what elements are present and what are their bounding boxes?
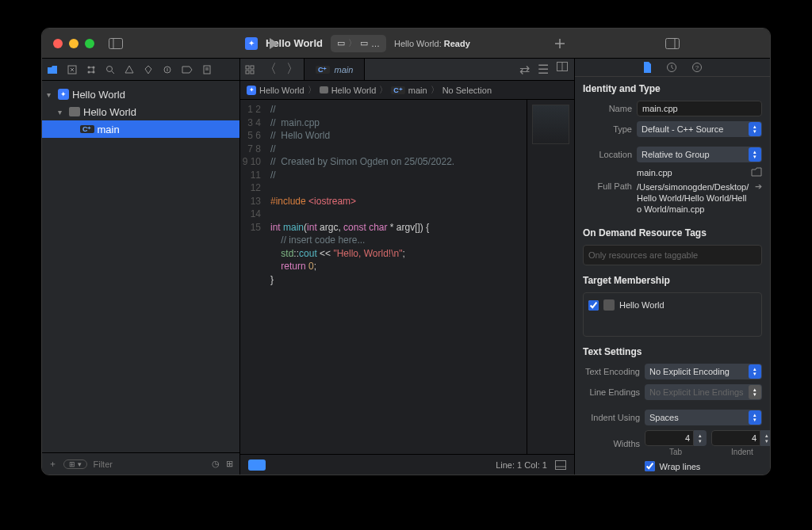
toggle-inspector-icon[interactable]	[665, 38, 680, 49]
indent-width-stepper[interactable]: ▴▾	[760, 430, 770, 446]
add-files-button[interactable]: ＋	[48, 458, 57, 470]
jump-symbol[interactable]: No Selection	[442, 86, 492, 95]
breakpoint-navigator-tab[interactable]	[182, 66, 193, 74]
editor-tab-bar: 〈 〉 C⁺ main ⇄ ☰	[240, 59, 574, 81]
encoding-select[interactable]: No Explicit Encoding▴▾	[645, 364, 762, 379]
location-filename: main.cpp	[637, 167, 746, 178]
source-editor[interactable]: // // main.cpp // Hello World // // Crea…	[267, 100, 527, 454]
scm-filter-icon[interactable]: ⊞	[226, 459, 233, 469]
minimap[interactable]	[527, 100, 574, 454]
test-navigator-tab[interactable]	[144, 65, 153, 74]
disclosure-triangle-icon[interactable]: ▾	[58, 108, 66, 116]
line-endings-select[interactable]: No Explicit Line Endings▴▾	[645, 384, 762, 400]
titlebar-left	[42, 38, 240, 49]
target-section-header: Target Membership	[583, 275, 762, 286]
file-type-select[interactable]: Default - C++ Source▴▾	[637, 121, 762, 137]
run-button[interactable]	[268, 37, 279, 50]
editor-pane: 〈 〉 C⁺ main ⇄ ☰ ✦ Hello World 〉 Hello Wo…	[240, 59, 575, 475]
issue-navigator-tab[interactable]	[124, 65, 134, 74]
add-tab-button[interactable]	[554, 38, 565, 49]
toggle-debug-area-icon[interactable]	[555, 460, 566, 470]
activity-status: Hello World: Ready	[394, 39, 470, 48]
related-items-button[interactable]	[240, 65, 259, 74]
source-control-navigator-tab[interactable]	[67, 65, 77, 74]
add-editor-icon[interactable]	[557, 62, 568, 77]
project-icon: ✦	[245, 37, 258, 50]
indent-width-input[interactable]	[711, 430, 760, 446]
project-icon: ✦	[247, 86, 256, 95]
cpp-file-icon: C⁺	[391, 86, 405, 94]
svg-rect-18	[246, 71, 249, 74]
file-inspector-tab[interactable]	[642, 62, 652, 73]
svg-text:?: ?	[695, 64, 699, 71]
debug-bar-toggle[interactable]	[248, 459, 266, 471]
jump-group[interactable]: Hello World	[331, 86, 377, 95]
minimize-window-button[interactable]	[69, 39, 79, 48]
file-row-main[interactable]: C⁺ main	[42, 120, 239, 138]
svg-rect-16	[246, 66, 249, 69]
tab-width-sublabel: Tab	[645, 448, 707, 456]
traffic-lights	[42, 39, 94, 48]
navigator-filter-input[interactable]	[94, 459, 205, 469]
folder-icon	[320, 86, 328, 93]
titlebar-right	[575, 38, 770, 49]
ondemand-tags-well: Only resources are taggable	[583, 245, 762, 265]
type-label: Type	[583, 124, 632, 134]
navigate-back-button[interactable]: 〈	[259, 61, 282, 78]
jump-project[interactable]: Hello World	[259, 86, 304, 95]
jump-bar[interactable]: ✦ Hello World 〉 Hello World 〉 C⁺ main 〉 …	[240, 81, 574, 100]
target-membership-box: Hello World	[583, 292, 762, 337]
tab-width-input[interactable]	[645, 430, 694, 446]
wrap-lines-checkbox[interactable]	[645, 461, 655, 471]
debug-navigator-tab[interactable]	[163, 65, 172, 74]
recent-files-filter-icon[interactable]: ◷	[212, 459, 220, 469]
editor-tab-filename: main	[335, 65, 354, 74]
report-navigator-tab[interactable]	[202, 65, 212, 74]
project-navigator-tree: ▾ ✦ Hello World ▾ Hello World C⁺ main	[42, 81, 239, 452]
project-navigator-tab[interactable]	[47, 65, 58, 74]
editor-tab-main[interactable]: C⁺ main	[304, 59, 365, 80]
zoom-window-button[interactable]	[85, 39, 94, 48]
history-inspector-tab[interactable]	[666, 62, 677, 73]
editor-options-icon[interactable]: ☰	[538, 62, 549, 77]
svg-point-9	[107, 66, 113, 71]
fullpath-label: Full Path	[583, 181, 632, 215]
titlebar-center: ✦ Hello World ▭ 〉 ▭ … Hello World: Ready	[240, 35, 575, 52]
file-label: main	[98, 124, 120, 135]
close-window-button[interactable]	[53, 39, 63, 48]
location-select[interactable]: Relative to Group▴▾	[637, 147, 762, 162]
svg-rect-22	[556, 460, 566, 469]
find-navigator-tab[interactable]	[105, 65, 115, 74]
target-toolchain-icon	[603, 299, 615, 311]
file-name-input[interactable]	[637, 101, 762, 116]
project-icon: ✦	[58, 89, 69, 100]
target-checkbox[interactable]	[588, 300, 599, 311]
navigator-pane: ▾ ✦ Hello World ▾ Hello World C⁺ main ＋ …	[42, 59, 240, 475]
symbol-navigator-tab[interactable]	[86, 65, 96, 74]
editor-swap-icon[interactable]: ⇄	[519, 62, 530, 77]
disclosure-triangle-icon[interactable]: ▾	[47, 90, 55, 99]
tab-width-stepper[interactable]: ▴▾	[694, 430, 707, 446]
jump-file[interactable]: main	[408, 86, 427, 95]
ondemand-section-header: On Demand Resource Tags	[583, 227, 762, 238]
toggle-navigator-icon[interactable]	[109, 38, 123, 49]
inspector-pane: ? Identity and Type Name Type Default - …	[575, 59, 770, 475]
target-name: Hello World	[619, 300, 665, 310]
group-row[interactable]: ▾ Hello World	[42, 103, 239, 120]
help-inspector-tab[interactable]: ?	[691, 62, 703, 73]
indent-width-sublabel: Indent	[711, 448, 770, 456]
scheme-selector[interactable]: ▭ 〉 ▭ …	[331, 35, 386, 52]
reveal-in-finder-button[interactable]: ➔	[755, 181, 762, 215]
widths-label: Widths	[583, 439, 640, 448]
indent-using-select[interactable]: Spaces▴▾	[645, 410, 762, 425]
svg-rect-19	[251, 71, 254, 74]
filter-scope-button[interactable]: ⊞ ▾	[63, 459, 87, 469]
indent-using-label: Indent Using	[583, 413, 640, 422]
line-number-gutter: 1 2 3 4 5 6 7 8 9 10 11 12 13 14 15	[240, 100, 267, 454]
choose-location-button[interactable]	[751, 167, 762, 178]
project-root-label: Hello World	[72, 89, 125, 101]
project-root-row[interactable]: ▾ ✦ Hello World	[42, 86, 239, 103]
name-label: Name	[583, 104, 632, 113]
navigate-forward-button[interactable]: 〉	[282, 61, 304, 78]
scheme-device-icon: ▭	[337, 38, 345, 48]
